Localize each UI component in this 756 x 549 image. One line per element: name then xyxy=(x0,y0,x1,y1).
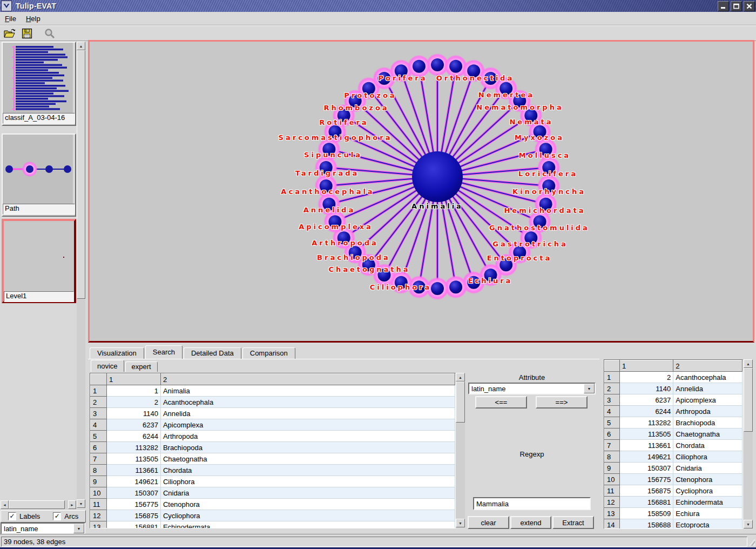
tab-search[interactable]: Search xyxy=(145,345,183,359)
table-row[interactable]: 7113661Chordata xyxy=(605,440,742,451)
tab-comparison[interactable]: Comparison xyxy=(242,347,295,359)
graph-view[interactable]: PoriferaOrthonectidaProtozoaNemerteaRhom… xyxy=(88,40,754,343)
scrollbar-thumb[interactable] xyxy=(456,381,465,423)
table-row[interactable]: 5113282Brachiopoda xyxy=(605,417,742,429)
table-row[interactable]: 10150307Cnidaria xyxy=(91,487,455,499)
minimize-button[interactable] xyxy=(718,1,729,11)
node-list-table[interactable]: 1211Animalia22Acanthocephala31140Annelid… xyxy=(90,373,456,528)
table-row[interactable]: 56244Arthropoda xyxy=(91,431,455,442)
extract-button[interactable]: Extract xyxy=(552,516,594,529)
row-header[interactable]: 9 xyxy=(605,463,620,474)
scroll-up-icon[interactable]: ▲ xyxy=(744,359,753,368)
table-row[interactable]: 7113505Chaetognatha xyxy=(91,453,455,465)
row-header[interactable]: 1 xyxy=(91,385,107,397)
tab-visualization[interactable]: Visualization xyxy=(90,347,144,359)
regexp-input[interactable] xyxy=(473,497,591,510)
graph-center-node[interactable] xyxy=(412,151,463,202)
row-header[interactable]: 7 xyxy=(605,440,620,451)
resize-grip[interactable] xyxy=(748,538,755,546)
scroll-down-icon[interactable]: ▼ xyxy=(744,520,753,528)
row-header[interactable]: 5 xyxy=(91,431,107,442)
column-header[interactable]: 1 xyxy=(619,360,673,372)
row-header[interactable]: 3 xyxy=(91,408,107,419)
scroll-left-icon[interactable]: ◄ xyxy=(1,500,9,509)
row-header[interactable]: 11 xyxy=(605,485,620,497)
row-header[interactable]: 3 xyxy=(605,394,620,406)
table-row[interactable]: 12Acanthocephala xyxy=(605,372,742,383)
sidebar-vertical-scrollbar[interactable]: ▲ ▼ xyxy=(77,42,85,508)
table-row[interactable]: 14158688Ectoprocta xyxy=(605,519,742,530)
table-row[interactable]: 11156775Ctenophora xyxy=(91,499,455,510)
table-row[interactable]: 12156881Echinodermata xyxy=(605,497,742,508)
table-row[interactable]: 31140Annelida xyxy=(91,408,455,419)
scroll-right-icon[interactable]: ► xyxy=(68,500,76,509)
window-menu-icon[interactable] xyxy=(1,1,12,11)
scrollbar-thumb[interactable] xyxy=(744,368,753,432)
row-header[interactable]: 4 xyxy=(91,419,107,431)
save-button[interactable] xyxy=(19,26,35,40)
move-left-button[interactable]: <== xyxy=(475,396,527,409)
column-header[interactable]: 2 xyxy=(673,360,742,372)
graph-node[interactable] xyxy=(431,282,444,295)
scroll-up-icon[interactable]: ▲ xyxy=(456,373,465,381)
clear-button[interactable]: clear xyxy=(468,516,509,529)
table-row[interactable]: 6113505Chaetognatha xyxy=(605,429,742,440)
row-header[interactable]: 6 xyxy=(605,429,620,440)
table-row[interactable]: 8149621Ciliophora xyxy=(605,451,742,463)
row-header[interactable]: 2 xyxy=(91,397,107,408)
table-row[interactable]: 46237Apicomplexa xyxy=(91,419,455,431)
attribute-select[interactable]: latin_name ▼ xyxy=(468,383,596,394)
column-header[interactable]: 1 xyxy=(106,374,160,385)
table-row[interactable]: 8113661Chordata xyxy=(91,465,455,476)
row-header[interactable]: 6 xyxy=(91,442,107,453)
table-row[interactable]: 36237Apicomplexa xyxy=(605,394,742,406)
row-header[interactable]: 7 xyxy=(91,453,107,465)
scroll-up-icon[interactable]: ▲ xyxy=(77,42,85,50)
row-header[interactable]: 14 xyxy=(605,519,620,530)
scroll-down-icon[interactable]: ▼ xyxy=(77,499,85,508)
menu-file[interactable]: File xyxy=(0,12,21,25)
node-table-scrollbar[interactable]: ▲ ▼ xyxy=(456,373,465,527)
row-header[interactable]: 13 xyxy=(91,521,107,529)
table-row[interactable]: 6113282Brachiopoda xyxy=(91,442,455,453)
row-header[interactable]: 12 xyxy=(91,510,107,521)
graph-node[interactable] xyxy=(449,60,462,73)
maximize-button[interactable] xyxy=(731,1,742,11)
close-button[interactable] xyxy=(744,1,755,11)
table-row[interactable]: 10156775Ctenophora xyxy=(605,474,742,485)
row-header[interactable]: 4 xyxy=(605,406,620,417)
row-header[interactable]: 1 xyxy=(605,372,620,383)
chevron-down-icon[interactable]: ▼ xyxy=(584,384,595,393)
graph-node[interactable] xyxy=(449,280,462,293)
table-row[interactable]: 11Animalia xyxy=(91,385,455,397)
table-row[interactable]: 13156881Echinodermata xyxy=(91,521,455,529)
table-row[interactable]: 46244Arthropoda xyxy=(605,406,742,417)
zoom-button[interactable] xyxy=(42,26,57,40)
result-table[interactable]: 1212Acanthocephala21140Annelida36237Apic… xyxy=(604,359,743,529)
thumbnail-classif[interactable]: classif_A_03-04-16 xyxy=(2,42,76,126)
arcs-checkbox[interactable]: ✓ xyxy=(53,512,61,520)
tab-detailed-data[interactable]: Detailed Data xyxy=(184,347,241,359)
result-table-scrollbar[interactable]: ▲ ▼ xyxy=(744,359,753,528)
table-row[interactable]: 21140Annelida xyxy=(605,383,742,394)
titlebar[interactable]: Tulip-EVAT xyxy=(0,0,756,12)
row-header[interactable]: 9 xyxy=(91,476,107,487)
extend-button[interactable]: extend xyxy=(510,516,551,529)
scrollbar-thumb[interactable] xyxy=(77,50,85,299)
row-header[interactable]: 8 xyxy=(91,465,107,476)
thumbnail-level1[interactable]: Level1 xyxy=(2,219,76,303)
table-row[interactable]: 22Acanthocephala xyxy=(91,397,455,408)
menu-help[interactable]: Help xyxy=(21,12,45,25)
labels-checkbox[interactable]: ✓ xyxy=(8,512,16,520)
sidebar-horizontal-scrollbar[interactable]: ◄ ► xyxy=(1,500,76,509)
row-header[interactable]: 10 xyxy=(91,487,107,499)
row-header[interactable]: 11 xyxy=(91,499,107,510)
sidebar-attribute-select[interactable]: latin_name ▼ xyxy=(1,523,85,534)
row-header[interactable]: 2 xyxy=(605,383,620,394)
table-row[interactable]: 9149621Ciliophora xyxy=(91,476,455,487)
row-header[interactable]: 12 xyxy=(605,497,620,508)
move-right-button[interactable]: ==> xyxy=(536,396,588,409)
row-header[interactable]: 10 xyxy=(605,474,620,485)
thumbnail-path[interactable]: Path xyxy=(2,133,76,217)
table-row[interactable]: 12156875Cycliophora xyxy=(91,510,455,521)
